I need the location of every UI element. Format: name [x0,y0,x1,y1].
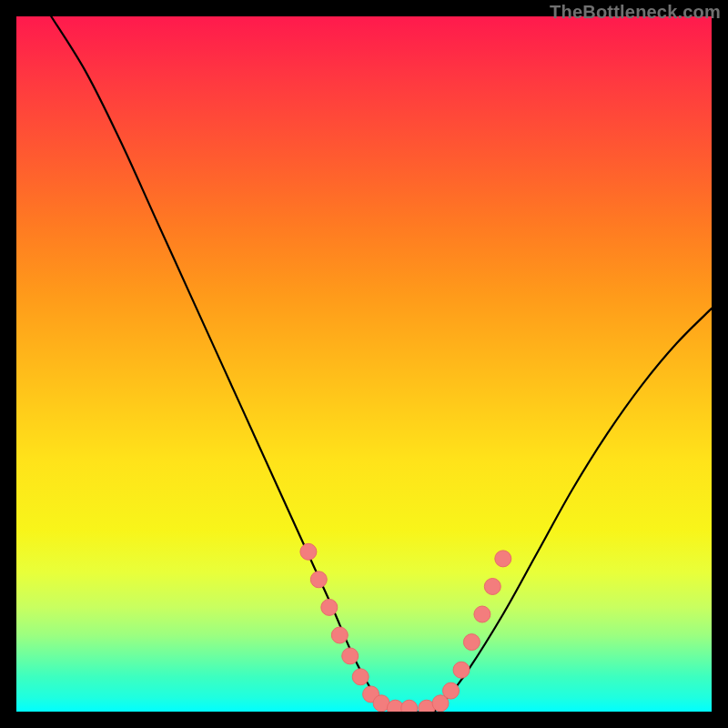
marker-dot [474,606,490,622]
marker-dot [495,551,511,567]
marker-dot [453,662,470,678]
marker-dot [310,571,327,588]
marker-dot [352,669,369,685]
marker-dot [321,599,338,615]
chart-frame: TheBottleneck.com [0,0,728,728]
bottleneck-curve [51,16,712,712]
marker-dot [443,682,460,699]
watermark-text: TheBottleneck.com [550,2,721,23]
marker-group [300,543,511,712]
marker-dot [401,700,418,712]
marker-dot [342,648,359,664]
marker-dot [300,543,317,560]
marker-dot [484,579,500,595]
marker-dot [331,627,348,643]
chart-overlay [16,16,712,712]
marker-dot [463,634,480,651]
